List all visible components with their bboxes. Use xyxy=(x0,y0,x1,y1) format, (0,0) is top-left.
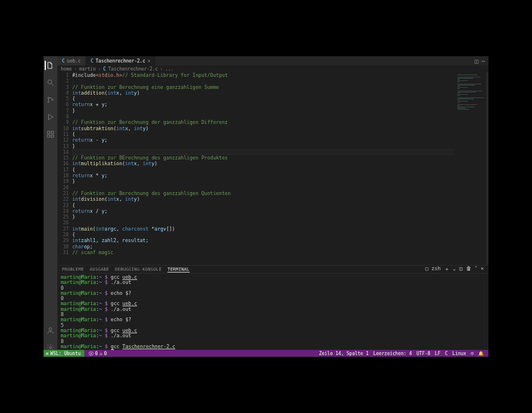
minimap[interactable] xyxy=(454,72,488,265)
code-line[interactable] xyxy=(72,114,488,119)
line-number: 25 xyxy=(57,214,69,220)
remote-indicator[interactable]: ⇄ WSL: Ubuntu xyxy=(44,350,84,357)
code-line[interactable]: int multiplikation(int x, int y) xyxy=(72,161,488,166)
terminal-line: martin@Maria:~ $ gcc Taschenrechner-2.c xyxy=(61,344,485,349)
code-line[interactable]: { xyxy=(72,232,488,237)
line-number: 21 xyxy=(57,190,69,196)
status-os[interactable]: Linux xyxy=(452,351,466,356)
code-line[interactable]: return x - y; xyxy=(72,137,488,143)
line-number: 4 xyxy=(57,90,69,96)
line-number: 2 xyxy=(57,78,69,84)
status-spaces[interactable]: Leerzeichen: 4 xyxy=(373,351,412,356)
svg-point-4 xyxy=(52,99,53,100)
code-line[interactable]: char op; xyxy=(72,244,488,250)
panel-tabs: PROBLEME AUSGABE DEBUGGING-KONSOLE TERMI… xyxy=(57,266,488,274)
code-editor[interactable]: 1234567891011121314151617181920212223242… xyxy=(57,72,488,265)
tab-taschenrechner[interactable]: C Taschenrechner-2.c × xyxy=(86,56,155,65)
chevron-down-icon[interactable]: ⌄ xyxy=(453,266,456,273)
terminal-line: martin@Maria:~ $ ./a.out xyxy=(61,280,485,285)
code-line[interactable]: return x + y; xyxy=(72,102,488,107)
close-icon[interactable]: × xyxy=(481,266,484,273)
code-line[interactable] xyxy=(72,220,488,225)
code-line[interactable]: // Funktion zur Berechnung des ganzzahli… xyxy=(72,190,488,196)
svg-point-2 xyxy=(48,97,49,98)
status-encoding[interactable]: UTF-8 xyxy=(417,351,431,356)
line-number: 13 xyxy=(57,143,69,149)
code-line[interactable]: return x * y; xyxy=(72,173,488,178)
panel-tab-debug[interactable]: DEBUGGING-KONSOLE xyxy=(115,267,162,272)
chevron-right-icon: › xyxy=(98,67,101,72)
code-line[interactable]: } xyxy=(72,143,488,149)
line-number: 6 xyxy=(57,102,69,107)
svg-point-11 xyxy=(49,346,52,349)
code-line[interactable] xyxy=(72,185,488,190)
line-number: 18 xyxy=(57,173,69,178)
code-line[interactable]: } xyxy=(72,108,488,114)
line-number: 3 xyxy=(57,84,69,90)
code-line[interactable]: int division(int x, int y) xyxy=(72,196,488,202)
breadcrumb[interactable]: home › martin › C Taschenrechner-2.c › .… xyxy=(57,65,488,72)
explorer-icon[interactable] xyxy=(45,61,54,70)
line-number: 30 xyxy=(57,244,69,250)
code-line[interactable] xyxy=(72,78,488,84)
code-line[interactable]: { xyxy=(72,96,488,102)
account-icon[interactable] xyxy=(46,326,55,335)
tab-ueb[interactable]: C ueb.c xyxy=(57,56,86,65)
more-icon[interactable]: ⋯ xyxy=(482,58,485,64)
status-errors[interactable]: ⓧ0 ⚠0 xyxy=(89,350,107,357)
code-line[interactable]: { xyxy=(72,167,488,173)
code-line[interactable] xyxy=(72,149,488,155)
panel-tab-output[interactable]: AUSGABE xyxy=(90,267,109,272)
code-line[interactable]: int addition(int x, int y) xyxy=(72,90,488,96)
terminal-line: martin@Maria:~ $ ./a.out xyxy=(61,333,485,338)
line-number: 12 xyxy=(57,137,69,143)
panel-tab-terminal[interactable]: TERMINAL xyxy=(167,267,190,272)
line-number: 7 xyxy=(57,108,69,114)
trash-icon[interactable]: 🗑 xyxy=(466,266,471,273)
terminal-shell-label[interactable]: ▢ zsh xyxy=(425,266,441,273)
code-line[interactable]: int main(int argc, char const *argv[]) xyxy=(72,226,488,232)
code-line[interactable]: int subtraktion(int x, int y) xyxy=(72,126,488,131)
chevron-up-icon[interactable]: ˄ xyxy=(475,266,478,273)
chevron-right-icon: › xyxy=(160,67,163,72)
code-line[interactable]: { xyxy=(72,131,488,137)
breadcrumb-tail: ... xyxy=(165,67,173,72)
split-terminal-icon[interactable]: ◫ xyxy=(459,266,462,273)
code-line[interactable]: } xyxy=(72,178,488,184)
line-number: 24 xyxy=(57,208,69,214)
svg-point-3 xyxy=(48,101,49,102)
line-number: 19 xyxy=(57,178,69,184)
line-number: 31 xyxy=(57,250,69,255)
bell-icon[interactable]: 🔔 xyxy=(478,351,484,356)
panel-tab-problems[interactable]: PROBLEME xyxy=(62,267,84,272)
feedback-icon[interactable]: ☺ xyxy=(471,351,474,356)
source-control-icon[interactable] xyxy=(46,95,55,104)
extensions-icon[interactable] xyxy=(46,130,55,139)
svg-rect-9 xyxy=(51,135,53,137)
code-line[interactable]: // Funktion zur BErechnung des ganzzahli… xyxy=(72,155,488,161)
code-line[interactable]: // Funktion zur Berechnung eine ganzzahl… xyxy=(72,84,488,90)
scrollbar[interactable] xyxy=(486,72,488,265)
line-number: 15 xyxy=(57,155,69,161)
terminal[interactable]: martin@Maria:~ $ gcc ueb.cmartin@Maria:~… xyxy=(57,274,488,357)
code-line[interactable]: return x / y; xyxy=(72,208,488,214)
split-editor-icon[interactable]: ◫ xyxy=(475,58,478,64)
code-line[interactable]: int zahl1, zahl2, resultat; xyxy=(72,237,488,243)
line-number: 23 xyxy=(57,202,69,208)
warning-icon: ⚠ xyxy=(100,351,103,356)
code-line[interactable]: #include <stdio.h> // Standard-Library f… xyxy=(72,72,488,78)
status-lang[interactable]: C xyxy=(445,351,448,356)
new-terminal-icon[interactable]: ＋ xyxy=(444,266,449,273)
debug-icon[interactable] xyxy=(46,112,55,122)
terminal-line: martin@Maria:~ $ echo $? xyxy=(61,317,485,322)
code-line[interactable]: // scanf magic xyxy=(72,250,488,255)
code-line[interactable]: // Funktion zur Berechnung der ganzzahli… xyxy=(72,119,488,125)
tab-label: Taschenrechner-2.c xyxy=(96,59,146,64)
search-icon[interactable] xyxy=(46,78,55,87)
line-number: 11 xyxy=(57,131,69,137)
code-line[interactable]: { xyxy=(72,202,488,208)
status-eol[interactable]: LF xyxy=(435,351,441,356)
code-line[interactable]: } xyxy=(72,214,488,220)
status-cursor[interactable]: Zeile 14, Spalte 1 xyxy=(319,351,369,356)
close-icon[interactable]: × xyxy=(147,59,150,64)
